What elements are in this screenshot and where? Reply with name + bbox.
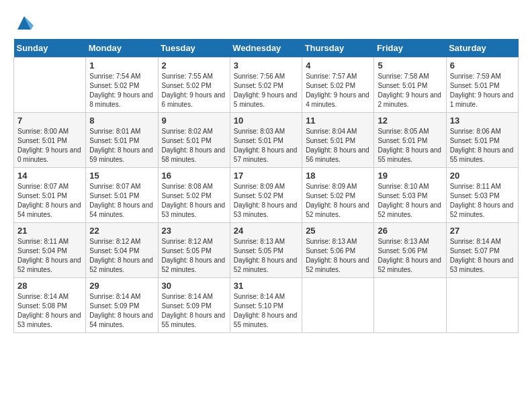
day-number: 7 bbox=[17, 116, 82, 126]
calendar-week-row: 28Sunrise: 8:14 AMSunset: 5:08 PMDayligh… bbox=[14, 278, 519, 333]
calendar-cell: 30Sunrise: 8:14 AMSunset: 5:09 PMDayligh… bbox=[158, 278, 230, 333]
day-number: 12 bbox=[378, 116, 442, 126]
day-number: 13 bbox=[450, 116, 515, 126]
day-number: 4 bbox=[306, 60, 370, 71]
calendar-week-row: 21Sunrise: 8:11 AMSunset: 5:04 PMDayligh… bbox=[14, 223, 519, 278]
calendar-cell bbox=[14, 58, 86, 113]
day-info: Sunrise: 8:03 AMSunset: 5:01 PMDaylight:… bbox=[234, 127, 298, 165]
day-info: Sunrise: 8:09 AMSunset: 5:02 PMDaylight:… bbox=[306, 182, 370, 220]
calendar-cell: 27Sunrise: 8:14 AMSunset: 5:07 PMDayligh… bbox=[446, 223, 518, 278]
calendar-cell: 9Sunrise: 8:02 AMSunset: 5:01 PMDaylight… bbox=[158, 113, 230, 168]
day-info: Sunrise: 8:08 AMSunset: 5:02 PMDaylight:… bbox=[162, 182, 226, 220]
calendar-cell: 26Sunrise: 8:13 AMSunset: 5:06 PMDayligh… bbox=[374, 223, 446, 278]
day-number: 25 bbox=[306, 226, 370, 236]
day-info: Sunrise: 7:57 AMSunset: 5:02 PMDaylight:… bbox=[306, 72, 370, 109]
calendar-cell bbox=[374, 278, 446, 333]
day-info: Sunrise: 8:14 AMSunset: 5:08 PMDaylight:… bbox=[17, 292, 82, 330]
weekday-header: Wednesday bbox=[230, 39, 302, 58]
day-info: Sunrise: 7:59 AMSunset: 5:01 PMDaylight:… bbox=[450, 72, 515, 109]
calendar-cell: 5Sunrise: 7:58 AMSunset: 5:01 PMDaylight… bbox=[374, 58, 446, 113]
day-info: Sunrise: 8:13 AMSunset: 5:06 PMDaylight:… bbox=[378, 237, 442, 275]
day-info: Sunrise: 8:13 AMSunset: 5:05 PMDaylight:… bbox=[234, 237, 298, 275]
day-number: 6 bbox=[450, 60, 515, 71]
day-info: Sunrise: 8:09 AMSunset: 5:02 PMDaylight:… bbox=[234, 182, 298, 220]
day-number: 10 bbox=[234, 116, 298, 126]
day-info: Sunrise: 8:01 AMSunset: 5:01 PMDaylight:… bbox=[89, 127, 154, 165]
day-number: 28 bbox=[17, 281, 82, 291]
calendar-cell: 31Sunrise: 8:14 AMSunset: 5:10 PMDayligh… bbox=[230, 278, 302, 333]
calendar-cell: 3Sunrise: 7:56 AMSunset: 5:02 PMDaylight… bbox=[230, 58, 302, 113]
weekday-header: Friday bbox=[374, 39, 446, 58]
calendar-cell: 8Sunrise: 8:01 AMSunset: 5:01 PMDaylight… bbox=[86, 113, 158, 168]
day-info: Sunrise: 8:06 AMSunset: 5:01 PMDaylight:… bbox=[450, 127, 515, 165]
weekday-header: Thursday bbox=[302, 39, 374, 58]
calendar-cell: 29Sunrise: 8:14 AMSunset: 5:09 PMDayligh… bbox=[86, 278, 158, 333]
day-info: Sunrise: 8:14 AMSunset: 5:09 PMDaylight:… bbox=[89, 292, 154, 330]
day-info: Sunrise: 8:04 AMSunset: 5:01 PMDaylight:… bbox=[306, 127, 370, 165]
calendar-week-row: 7Sunrise: 8:00 AMSunset: 5:01 PMDaylight… bbox=[14, 113, 519, 168]
day-number: 8 bbox=[89, 116, 154, 126]
logo bbox=[13, 13, 34, 32]
calendar-cell: 21Sunrise: 8:11 AMSunset: 5:04 PMDayligh… bbox=[14, 223, 86, 278]
day-number: 26 bbox=[378, 226, 442, 236]
calendar-cell: 20Sunrise: 8:11 AMSunset: 5:03 PMDayligh… bbox=[446, 168, 518, 223]
day-number: 19 bbox=[378, 171, 442, 181]
calendar-cell: 19Sunrise: 8:10 AMSunset: 5:03 PMDayligh… bbox=[374, 168, 446, 223]
day-info: Sunrise: 8:05 AMSunset: 5:01 PMDaylight:… bbox=[378, 127, 442, 165]
day-info: Sunrise: 7:58 AMSunset: 5:01 PMDaylight:… bbox=[378, 72, 442, 109]
weekday-header-row: SundayMondayTuesdayWednesdayThursdayFrid… bbox=[14, 39, 519, 58]
calendar-cell: 6Sunrise: 7:59 AMSunset: 5:01 PMDaylight… bbox=[446, 58, 518, 113]
calendar-cell: 13Sunrise: 8:06 AMSunset: 5:01 PMDayligh… bbox=[446, 113, 518, 168]
day-number: 5 bbox=[378, 60, 442, 71]
day-number: 21 bbox=[17, 226, 82, 236]
day-number: 29 bbox=[89, 281, 154, 291]
calendar-week-row: 1Sunrise: 7:54 AMSunset: 5:02 PMDaylight… bbox=[14, 58, 519, 113]
day-info: Sunrise: 8:11 AMSunset: 5:03 PMDaylight:… bbox=[450, 182, 515, 220]
day-number: 3 bbox=[234, 60, 298, 71]
day-number: 16 bbox=[162, 171, 226, 181]
weekday-header: Tuesday bbox=[158, 39, 230, 58]
day-info: Sunrise: 8:12 AMSunset: 5:04 PMDaylight:… bbox=[89, 237, 154, 275]
day-info: Sunrise: 8:14 AMSunset: 5:10 PMDaylight:… bbox=[234, 292, 298, 330]
day-number: 20 bbox=[450, 171, 515, 181]
day-number: 2 bbox=[162, 60, 226, 71]
day-number: 15 bbox=[89, 171, 154, 181]
day-info: Sunrise: 7:54 AMSunset: 5:02 PMDaylight:… bbox=[89, 72, 154, 109]
day-number: 14 bbox=[17, 171, 82, 181]
day-number: 23 bbox=[162, 226, 226, 236]
calendar-cell: 2Sunrise: 7:55 AMSunset: 5:02 PMDaylight… bbox=[158, 58, 230, 113]
calendar-cell: 14Sunrise: 8:07 AMSunset: 5:01 PMDayligh… bbox=[14, 168, 86, 223]
logo-text bbox=[13, 13, 34, 32]
weekday-header: Sunday bbox=[14, 39, 86, 58]
weekday-header: Saturday bbox=[446, 39, 518, 58]
calendar-cell: 24Sunrise: 8:13 AMSunset: 5:05 PMDayligh… bbox=[230, 223, 302, 278]
day-info: Sunrise: 8:00 AMSunset: 5:01 PMDaylight:… bbox=[17, 127, 82, 165]
calendar-table: SundayMondayTuesdayWednesdayThursdayFrid… bbox=[13, 39, 519, 333]
calendar-cell: 22Sunrise: 8:12 AMSunset: 5:04 PMDayligh… bbox=[86, 223, 158, 278]
day-number: 24 bbox=[234, 226, 298, 236]
day-info: Sunrise: 8:13 AMSunset: 5:06 PMDaylight:… bbox=[306, 237, 370, 275]
day-info: Sunrise: 7:55 AMSunset: 5:02 PMDaylight:… bbox=[162, 72, 226, 109]
calendar-cell: 10Sunrise: 8:03 AMSunset: 5:01 PMDayligh… bbox=[230, 113, 302, 168]
logo-icon bbox=[15, 13, 34, 32]
calendar-cell: 11Sunrise: 8:04 AMSunset: 5:01 PMDayligh… bbox=[302, 113, 374, 168]
calendar-cell: 18Sunrise: 8:09 AMSunset: 5:02 PMDayligh… bbox=[302, 168, 374, 223]
page-header bbox=[13, 13, 519, 32]
calendar-cell: 7Sunrise: 8:00 AMSunset: 5:01 PMDaylight… bbox=[14, 113, 86, 168]
day-number: 1 bbox=[89, 60, 154, 71]
day-number: 30 bbox=[162, 281, 226, 291]
day-info: Sunrise: 8:10 AMSunset: 5:03 PMDaylight:… bbox=[378, 182, 442, 220]
day-info: Sunrise: 8:14 AMSunset: 5:09 PMDaylight:… bbox=[162, 292, 226, 330]
calendar-cell: 4Sunrise: 7:57 AMSunset: 5:02 PMDaylight… bbox=[302, 58, 374, 113]
day-info: Sunrise: 8:07 AMSunset: 5:01 PMDaylight:… bbox=[17, 182, 82, 220]
day-number: 9 bbox=[162, 116, 226, 126]
calendar-cell: 15Sunrise: 8:07 AMSunset: 5:01 PMDayligh… bbox=[86, 168, 158, 223]
day-info: Sunrise: 7:56 AMSunset: 5:02 PMDaylight:… bbox=[234, 72, 298, 109]
day-number: 11 bbox=[306, 116, 370, 126]
day-number: 18 bbox=[306, 171, 370, 181]
calendar-cell: 25Sunrise: 8:13 AMSunset: 5:06 PMDayligh… bbox=[302, 223, 374, 278]
calendar-cell: 16Sunrise: 8:08 AMSunset: 5:02 PMDayligh… bbox=[158, 168, 230, 223]
day-info: Sunrise: 8:12 AMSunset: 5:05 PMDaylight:… bbox=[162, 237, 226, 275]
calendar-cell bbox=[302, 278, 374, 333]
calendar-cell: 17Sunrise: 8:09 AMSunset: 5:02 PMDayligh… bbox=[230, 168, 302, 223]
